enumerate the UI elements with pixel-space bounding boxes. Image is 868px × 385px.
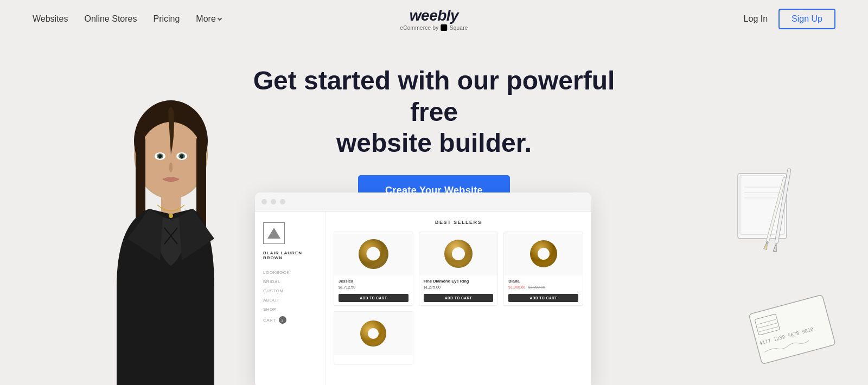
product-info-2: Fine Diamond Eye Ring $1,275.00 ADD TO C… [419, 275, 498, 305]
logo-wordmark: weebly [410, 7, 458, 24]
product-info-3: Diana $1,900.00 $2,299.00 ADD TO CART [504, 275, 583, 305]
browser-mockup: BLAIR LAUREN BROWN LOOKBOOK BRIDAL CUSTO… [255, 193, 591, 385]
store-nav-cart[interactable]: CART 2 [263, 316, 317, 324]
ring-image-1 [359, 239, 388, 269]
product-info-1: Jessica $1,712.50 ADD TO CART [334, 275, 413, 305]
nav-websites[interactable]: Websites [33, 14, 68, 24]
product-price-1: $1,712.50 [339, 285, 409, 289]
svg-rect-22 [749, 294, 835, 364]
nav-right: Log In Sign Up [744, 9, 835, 29]
product-card-3: Diana $1,900.00 $2,299.00 ADD TO CART [503, 232, 583, 306]
browser-dot-3 [280, 199, 285, 204]
product-image-3 [504, 232, 583, 275]
nav-more[interactable]: More [196, 14, 221, 24]
product-card-4 [334, 311, 413, 365]
original-price: $2,299.00 [528, 285, 545, 289]
products-grid: Jessica $1,712.50 ADD TO CART Fine Diamo… [334, 232, 583, 365]
signup-button[interactable]: Sign Up [778, 9, 835, 29]
sale-price: $1,900.00 [508, 285, 525, 289]
login-button[interactable]: Log In [744, 14, 768, 24]
store-nav-about[interactable]: ABOUT [263, 298, 317, 303]
cart-badge: 2 [279, 316, 286, 324]
add-to-cart-3[interactable]: ADD TO CART [508, 294, 578, 302]
browser-content: BLAIR LAUREN BROWN LOOKBOOK BRIDAL CUSTO… [255, 211, 591, 385]
ring-image-2 [444, 240, 473, 268]
store-main: BEST SELLERS Jessica $1,712.50 ADD TO CA… [326, 211, 591, 385]
product-price-2: $1,275.00 [424, 285, 494, 289]
product-info-4 [334, 355, 413, 364]
product-card-1: Jessica $1,712.50 ADD TO CART [334, 232, 413, 306]
nav-left: Websites Online Stores Pricing More [33, 14, 221, 24]
svg-point-10 [180, 155, 183, 158]
header: Websites Online Stores Pricing More weeb… [0, 0, 868, 38]
product-price-3: $1,900.00 $2,299.00 [508, 285, 578, 289]
nav-online-stores[interactable]: Online Stores [85, 14, 137, 24]
triangle-icon [267, 228, 280, 239]
svg-marker-19 [773, 243, 778, 252]
store-nav-shop[interactable]: SHOP [263, 307, 317, 312]
browser-dot-2 [271, 199, 276, 204]
product-image-1 [334, 232, 413, 275]
browser-bar [255, 193, 591, 211]
add-to-cart-1[interactable]: ADD TO CART [339, 294, 409, 302]
best-sellers-title: BEST SELLERS [334, 220, 583, 225]
deco-illustrations: 4117 1239 5678 9010 [684, 168, 835, 385]
hero-person-image [84, 70, 258, 385]
product-name-1: Jessica [339, 279, 409, 284]
product-name-2: Fine Diamond Eye Ring [424, 279, 494, 284]
store-sidebar: BLAIR LAUREN BROWN LOOKBOOK BRIDAL CUSTO… [255, 211, 326, 385]
product-image-2 [419, 232, 498, 275]
store-nav-lookbook[interactable]: LOOKBOOK [263, 270, 317, 275]
store-brand-name: BLAIR LAUREN BROWN [263, 251, 317, 260]
logo[interactable]: weebly eCommerce by Square [400, 7, 468, 31]
logo-subtitle: eCommerce by Square [400, 24, 468, 31]
svg-point-12 [169, 214, 173, 218]
product-card-2: Fine Diamond Eye Ring $1,275.00 ADD TO C… [419, 232, 499, 306]
nav-pricing[interactable]: Pricing [153, 14, 180, 24]
store-logo [263, 222, 285, 244]
hero-title: Get started with our powerful free websi… [244, 65, 624, 159]
square-icon [441, 24, 448, 31]
store-nav-custom[interactable]: CUSTOM [263, 288, 317, 293]
store-nav-bridal[interactable]: BRIDAL [263, 279, 317, 284]
add-to-cart-2[interactable]: ADD TO CART [424, 294, 494, 302]
svg-point-7 [158, 155, 162, 158]
ring-image-4 [360, 320, 386, 347]
chevron-down-icon [218, 16, 222, 21]
ring-image-3 [530, 240, 557, 267]
product-image-4 [334, 312, 413, 355]
product-name-3: Diana [508, 279, 578, 284]
browser-dot-1 [261, 199, 267, 204]
